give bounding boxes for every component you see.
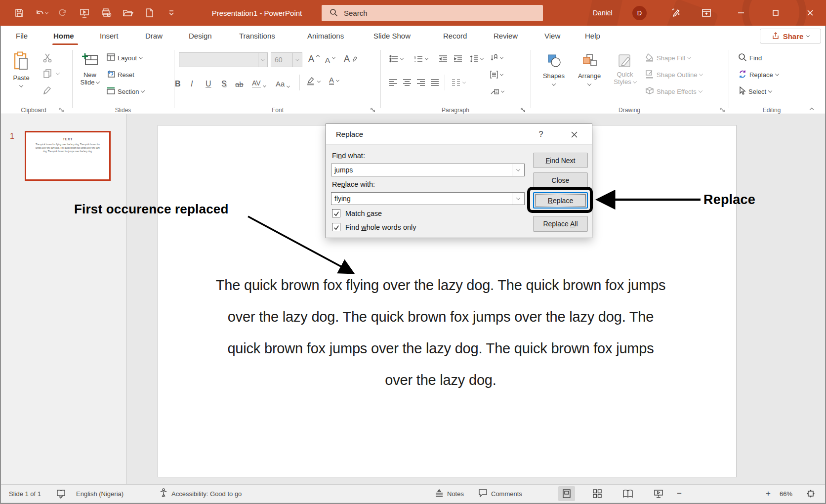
slide-text-box[interactable]: The quick brown fox flying over the lazy… bbox=[179, 269, 702, 396]
search-input[interactable]: Search bbox=[322, 5, 543, 21]
underline-button[interactable]: U bbox=[206, 77, 211, 88]
highlight-color-button[interactable] bbox=[306, 76, 320, 87]
ribbon-display-options-icon[interactable] bbox=[695, 0, 718, 26]
find-what-input[interactable]: jumps bbox=[331, 164, 525, 176]
decrease-indent-button[interactable] bbox=[439, 53, 448, 65]
italic-button[interactable]: I bbox=[191, 77, 193, 88]
replace-ribbon-button[interactable]: Replace bbox=[738, 69, 779, 81]
undo-icon[interactable] bbox=[34, 5, 48, 20]
language-indicator[interactable]: English (Nigeria) bbox=[76, 485, 124, 503]
tab-view[interactable]: View bbox=[543, 26, 561, 46]
text-shadow-button[interactable]: S bbox=[221, 77, 227, 88]
section-button[interactable]: Section bbox=[107, 85, 144, 97]
zoom-percentage[interactable]: 66% bbox=[780, 485, 792, 503]
share-button[interactable]: Share bbox=[760, 29, 821, 43]
layout-button[interactable]: Layout bbox=[107, 52, 142, 64]
tab-review[interactable]: Review bbox=[493, 26, 519, 46]
tab-transitions[interactable]: Transitions bbox=[238, 26, 276, 46]
customize-qat-icon[interactable] bbox=[164, 5, 179, 20]
new-slide-button[interactable]: New Slide bbox=[76, 49, 104, 100]
close-button[interactable] bbox=[799, 0, 822, 26]
normal-view-button[interactable] bbox=[558, 486, 575, 501]
slideshow-view-button[interactable] bbox=[650, 486, 667, 501]
bold-button[interactable]: B bbox=[175, 77, 181, 88]
align-left-button[interactable] bbox=[389, 77, 398, 88]
slide-thumbnail[interactable]: TEXT The quick brown fox flying over the… bbox=[25, 131, 111, 181]
whole-words-checkbox[interactable] bbox=[332, 223, 340, 231]
font-size-combobox[interactable]: 60 bbox=[271, 52, 302, 67]
replace-all-button[interactable]: Replace All bbox=[533, 216, 588, 232]
shrink-font-button[interactable]: A bbox=[325, 54, 335, 66]
tab-help[interactable]: Help bbox=[584, 26, 601, 46]
copy-chevron-icon[interactable] bbox=[56, 71, 60, 75]
convert-to-smartart-button[interactable] bbox=[490, 85, 504, 97]
zoom-in-button[interactable]: + bbox=[766, 485, 771, 503]
paste-button[interactable]: Paste bbox=[7, 49, 36, 100]
change-case-button[interactable]: Aa bbox=[276, 76, 289, 88]
redo-icon[interactable] bbox=[55, 5, 70, 20]
dialog-help-button[interactable]: ? bbox=[534, 124, 548, 145]
shapes-button[interactable]: Shapes bbox=[537, 49, 570, 100]
dialog-close-button[interactable] bbox=[564, 124, 584, 145]
increase-indent-button[interactable] bbox=[454, 53, 462, 65]
open-file-icon[interactable] bbox=[121, 5, 135, 20]
spell-check-icon[interactable] bbox=[56, 485, 66, 503]
select-button[interactable]: Select bbox=[738, 85, 772, 97]
close-dialog-button[interactable]: Close bbox=[533, 172, 588, 188]
quick-styles-button[interactable]: Quick Styles bbox=[609, 49, 641, 100]
replace-with-input[interactable]: flying bbox=[331, 192, 525, 205]
accessibility-status[interactable]: Accessibility: Good to go bbox=[159, 485, 242, 503]
tab-home[interactable]: Home bbox=[52, 26, 75, 46]
slide-sorter-view-button[interactable] bbox=[589, 486, 606, 501]
text-direction-button[interactable] bbox=[490, 52, 503, 64]
new-file-icon[interactable] bbox=[142, 5, 157, 20]
find-what-dropdown-icon[interactable] bbox=[512, 164, 524, 176]
tab-insert[interactable]: Insert bbox=[99, 26, 120, 46]
shape-outline-button[interactable]: Shape Outline bbox=[645, 69, 702, 81]
format-painter-icon[interactable] bbox=[42, 85, 52, 97]
zoom-out-button[interactable]: − bbox=[677, 485, 682, 503]
notes-toggle[interactable]: Notes bbox=[435, 485, 464, 503]
font-name-combobox[interactable] bbox=[179, 52, 268, 67]
arrange-button[interactable]: Arrange bbox=[573, 49, 606, 100]
tab-design[interactable]: Design bbox=[188, 26, 213, 46]
avatar[interactable]: D bbox=[632, 6, 647, 20]
line-spacing-button[interactable] bbox=[469, 53, 483, 65]
tab-record[interactable]: Record bbox=[442, 26, 468, 46]
columns-button[interactable] bbox=[452, 77, 465, 88]
replace-dialog-titlebar[interactable]: Replace bbox=[326, 124, 592, 145]
tab-slide-show[interactable]: Slide Show bbox=[372, 26, 412, 46]
align-right-button[interactable] bbox=[417, 77, 425, 88]
reading-view-button[interactable] bbox=[620, 486, 636, 501]
shape-fill-button[interactable]: Shape Fill bbox=[645, 52, 691, 64]
tab-animations[interactable]: Animations bbox=[306, 26, 345, 46]
font-color-button[interactable]: A bbox=[329, 75, 339, 86]
fit-slide-to-window-button[interactable] bbox=[806, 485, 815, 503]
user-name[interactable]: Daniel bbox=[593, 0, 613, 26]
find-next-button[interactable]: Find Next bbox=[533, 153, 588, 168]
numbering-button[interactable] bbox=[414, 53, 428, 65]
grow-font-button[interactable]: A bbox=[308, 53, 319, 65]
copy-icon[interactable] bbox=[42, 69, 52, 81]
maximize-button[interactable] bbox=[764, 0, 787, 26]
character-spacing-button[interactable]: AV bbox=[252, 76, 266, 87]
bullets-button[interactable] bbox=[389, 53, 403, 65]
strikethrough-button[interactable]: ab bbox=[235, 77, 244, 88]
tab-draw[interactable]: Draw bbox=[144, 26, 164, 46]
reset-button[interactable]: Reset bbox=[107, 69, 134, 81]
find-button[interactable]: Find bbox=[738, 52, 762, 64]
match-case-checkbox[interactable] bbox=[332, 209, 340, 217]
replace-with-dropdown-icon[interactable] bbox=[512, 193, 524, 205]
save-icon[interactable] bbox=[12, 5, 27, 20]
clear-formatting-button[interactable]: A bbox=[344, 53, 357, 65]
cut-icon[interactable] bbox=[42, 53, 52, 65]
align-text-button[interactable] bbox=[490, 69, 503, 81]
comments-toggle[interactable]: Comments bbox=[478, 485, 522, 503]
presenter-coach-icon[interactable] bbox=[664, 0, 687, 26]
justify-button[interactable] bbox=[431, 77, 439, 88]
collapse-ribbon-icon[interactable] bbox=[810, 108, 814, 112]
tab-file[interactable]: File bbox=[15, 26, 29, 46]
shape-effects-button[interactable]: Shape Effects bbox=[645, 85, 702, 97]
align-center-button[interactable] bbox=[403, 77, 412, 88]
quick-print-icon[interactable] bbox=[99, 5, 114, 20]
